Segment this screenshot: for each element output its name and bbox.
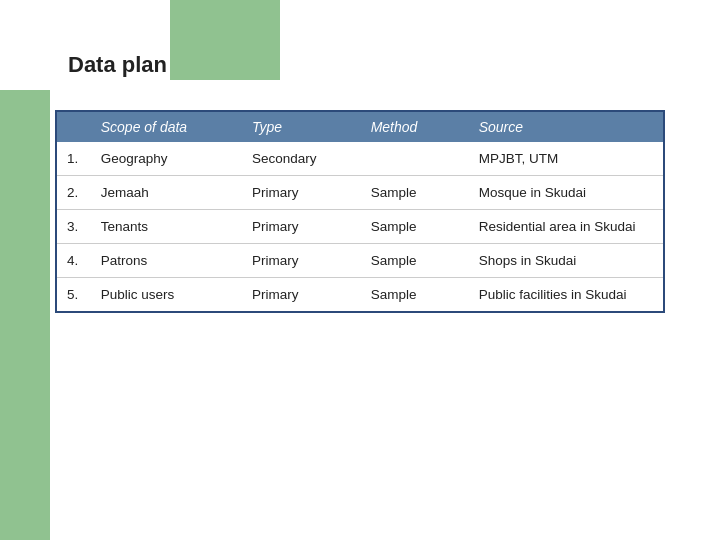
cell-scope: Geography: [91, 142, 242, 176]
cell-num: 5.: [57, 278, 91, 312]
cell-num: 4.: [57, 244, 91, 278]
decorative-green-left: [0, 90, 50, 540]
cell-scope: Tenants: [91, 210, 242, 244]
cell-scope: Patrons: [91, 244, 242, 278]
page-title: Data plan: [68, 52, 167, 78]
cell-num: 1.: [57, 142, 91, 176]
cell-source: Shops in Skudai: [469, 244, 663, 278]
col-header-type: Type: [242, 112, 361, 142]
cell-method: Sample: [361, 176, 469, 210]
cell-method: Sample: [361, 210, 469, 244]
cell-source: Public facilities in Skudai: [469, 278, 663, 312]
table-row: 3.TenantsPrimarySampleResidential area i…: [57, 210, 663, 244]
cell-method: Sample: [361, 244, 469, 278]
cell-method: Sample: [361, 278, 469, 312]
decorative-green-top: [170, 0, 280, 80]
table-row: 2.JemaahPrimarySampleMosque in Skudai: [57, 176, 663, 210]
cell-method: [361, 142, 469, 176]
data-plan-table: Scope of data Type Method Source 1.Geogr…: [57, 112, 663, 311]
table-row: 4.PatronsPrimarySampleShops in Skudai: [57, 244, 663, 278]
table-row: 1.GeographySecondaryMPJBT, UTM: [57, 142, 663, 176]
cell-scope: Public users: [91, 278, 242, 312]
cell-type: Primary: [242, 244, 361, 278]
cell-source: Mosque in Skudai: [469, 176, 663, 210]
cell-num: 2.: [57, 176, 91, 210]
data-table-container: Scope of data Type Method Source 1.Geogr…: [55, 110, 665, 313]
table-row: 5.Public usersPrimarySamplePublic facili…: [57, 278, 663, 312]
table-header-row: Scope of data Type Method Source: [57, 112, 663, 142]
cell-scope: Jemaah: [91, 176, 242, 210]
cell-type: Secondary: [242, 142, 361, 176]
col-header-num: [57, 112, 91, 142]
cell-source: MPJBT, UTM: [469, 142, 663, 176]
col-header-method: Method: [361, 112, 469, 142]
col-header-source: Source: [469, 112, 663, 142]
col-header-scope: Scope of data: [91, 112, 242, 142]
cell-num: 3.: [57, 210, 91, 244]
cell-type: Primary: [242, 210, 361, 244]
cell-type: Primary: [242, 278, 361, 312]
cell-type: Primary: [242, 176, 361, 210]
cell-source: Residential area in Skudai: [469, 210, 663, 244]
